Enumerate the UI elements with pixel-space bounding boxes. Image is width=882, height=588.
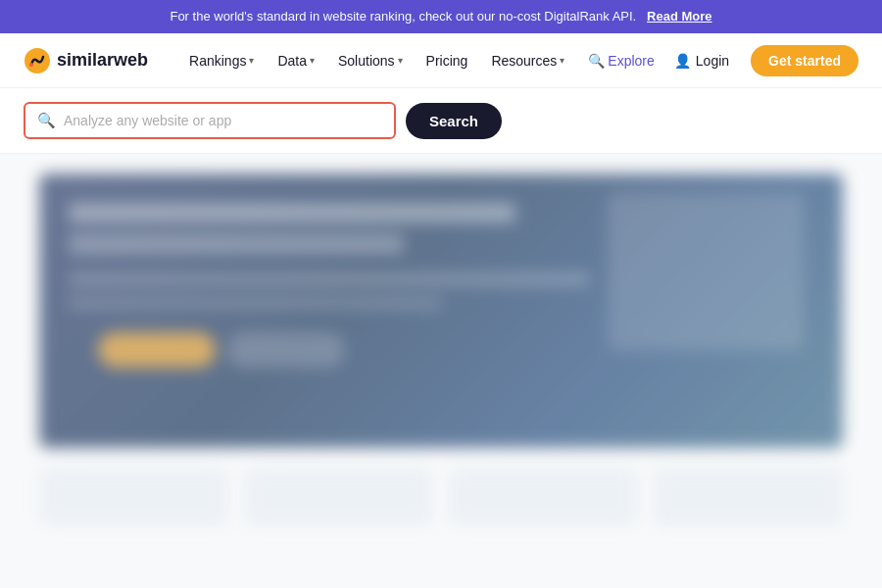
chevron-down-icon: ▾ [560, 55, 564, 66]
get-started-button[interactable]: Get started [751, 45, 858, 76]
login-button[interactable]: 👤 Login [664, 47, 739, 74]
nav-item-resources[interactable]: Resources ▾ [481, 47, 574, 74]
hero-section-blurred [39, 173, 843, 448]
search-container: 🔍 Search [24, 102, 651, 139]
chevron-down-icon: ▾ [249, 55, 254, 66]
search-button[interactable]: Search [406, 103, 502, 139]
nav-item-explore[interactable]: 🔍 Explore [578, 47, 663, 74]
blurred-content-area [0, 154, 882, 588]
logo-icon [24, 47, 51, 74]
nav-item-solutions[interactable]: Solutions ▾ [328, 47, 413, 74]
search-icon: 🔍 [37, 112, 56, 129]
nav-item-pricing[interactable]: Pricing [416, 47, 478, 74]
user-icon: 👤 [674, 53, 691, 69]
logo[interactable]: similarweb [24, 47, 148, 74]
nav-item-rankings[interactable]: Rankings ▾ [179, 47, 264, 74]
search-section: 🔍 Search [0, 88, 882, 154]
top-banner: For the world's standard in website rank… [0, 0, 882, 33]
blurred-background [0, 173, 882, 588]
search-input[interactable] [64, 113, 382, 128]
nav-right: 👤 Login Get started [664, 45, 858, 76]
search-input-wrapper[interactable]: 🔍 [24, 102, 396, 139]
navbar: similarweb Rankings ▾ Data ▾ Solutions ▾… [0, 33, 882, 88]
logo-text: similarweb [57, 50, 148, 71]
chevron-down-icon: ▾ [310, 55, 315, 66]
search-icon: 🔍 [588, 53, 605, 69]
banner-link[interactable]: Read More [647, 9, 711, 24]
banner-text: For the world's standard in website rank… [170, 9, 636, 24]
nav-item-data[interactable]: Data ▾ [268, 47, 324, 74]
nav-links: Rankings ▾ Data ▾ Solutions ▾ Pricing Re… [179, 47, 664, 74]
chevron-down-icon: ▾ [398, 55, 403, 66]
svg-point-1 [29, 63, 33, 67]
